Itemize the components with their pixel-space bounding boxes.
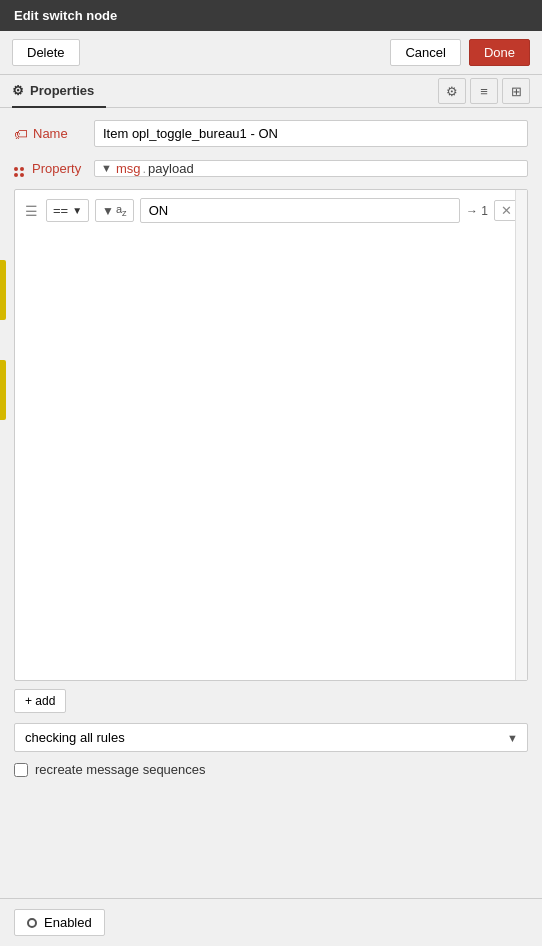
title-bar: Edit switch node <box>0 0 542 31</box>
property-msg-prefix: msg <box>116 161 141 176</box>
enabled-button[interactable]: Enabled <box>14 909 105 936</box>
rules-inner: ☰ == ▼ ▼ az → 1 ✕ <box>15 190 527 680</box>
checking-select[interactable]: checking all rules stopping after first … <box>14 723 528 752</box>
property-chevron-icon: ▼ <box>101 162 112 174</box>
name-row: 🏷 Name <box>14 120 528 147</box>
tabs-row: ⚙ Properties ⚙ ≡ ⊞ <box>0 75 542 108</box>
name-label: 🏷 Name <box>14 126 94 142</box>
tab-properties[interactable]: ⚙ Properties <box>12 75 106 108</box>
scrollbar[interactable] <box>515 190 527 680</box>
tag-icon: 🏷 <box>14 126 28 142</box>
recreate-label[interactable]: recreate message sequences <box>35 762 206 777</box>
doc-icon: ≡ <box>480 84 488 99</box>
checking-select-wrap: checking all rules stopping after first … <box>14 723 528 752</box>
done-button[interactable]: Done <box>469 39 530 66</box>
recreate-checkbox[interactable] <box>14 763 28 777</box>
name-input[interactable] <box>94 120 528 147</box>
tab-icon-doc-button[interactable]: ≡ <box>470 78 498 104</box>
enabled-circle-icon <box>27 918 37 928</box>
rule-arrow: → 1 <box>466 204 488 218</box>
recreate-row: recreate message sequences <box>14 762 528 777</box>
left-accent-2 <box>0 360 6 420</box>
left-accent-1 <box>0 260 6 320</box>
delete-button[interactable]: Delete <box>12 39 80 66</box>
rules-area: ☰ == ▼ ▼ az → 1 ✕ <box>14 189 528 681</box>
drag-handle-icon[interactable]: ☰ <box>23 201 40 221</box>
rule-value-input[interactable] <box>140 198 460 223</box>
tab-icon-grid-button[interactable]: ⊞ <box>502 78 530 104</box>
tab-icon-gear-button[interactable]: ⚙ <box>438 78 466 104</box>
property-separator: . <box>142 161 146 176</box>
gear-icon: ⚙ <box>446 84 458 99</box>
content-area: 🏷 Name Property ▼ msg . payload <box>0 108 542 803</box>
tab-properties-label: Properties <box>30 83 94 98</box>
dots-icon <box>14 159 27 177</box>
property-row: Property ▼ msg . payload <box>14 159 528 177</box>
cancel-button[interactable]: Cancel <box>390 39 460 66</box>
footer-bar: Enabled <box>0 898 542 946</box>
property-input-wrap[interactable]: ▼ msg . payload <box>94 160 528 177</box>
property-value: payload <box>148 161 194 176</box>
operator-value: == <box>53 203 68 218</box>
properties-gear-icon: ⚙ <box>12 83 24 98</box>
table-row: ☰ == ▼ ▼ az → 1 ✕ <box>23 198 519 223</box>
type-value: az <box>116 203 127 218</box>
grid-icon: ⊞ <box>511 84 522 99</box>
enabled-label: Enabled <box>44 915 92 930</box>
property-label: Property <box>14 159 94 177</box>
page-title: Edit switch node <box>14 8 117 23</box>
add-rule-button[interactable]: + add <box>14 689 66 713</box>
operator-chevron-icon: ▼ <box>72 205 82 216</box>
type-select[interactable]: ▼ az <box>95 199 134 222</box>
close-icon: ✕ <box>501 203 512 218</box>
type-chevron-icon: ▼ <box>102 204 114 218</box>
toolbar: Delete Cancel Done <box>0 31 542 75</box>
operator-select[interactable]: == ▼ <box>46 199 89 222</box>
